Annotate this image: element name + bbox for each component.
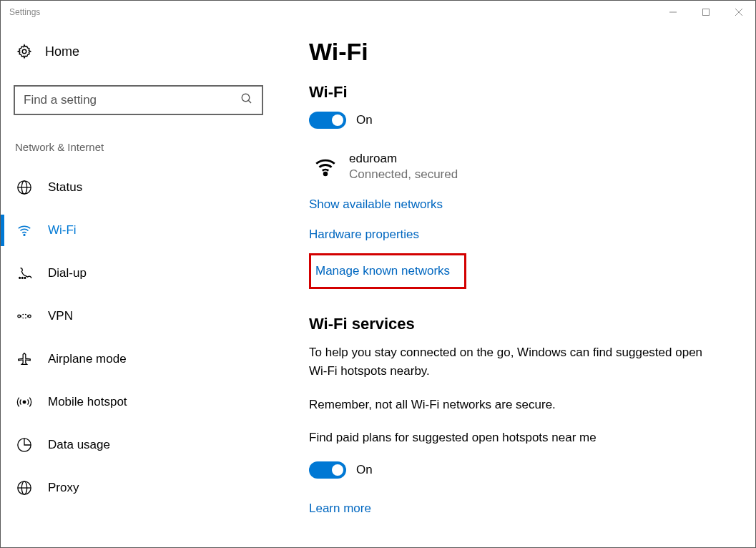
svg-point-12 — [21, 278, 23, 279]
sidebar-item-proxy[interactable]: Proxy — [14, 466, 263, 509]
close-button[interactable] — [722, 1, 755, 24]
svg-point-11 — [19, 278, 21, 279]
main-panel: Wi-Fi Wi-Fi On eduroam Connected, secure… — [276, 38, 755, 547]
services-body-1: To help you stay connected on the go, Wi… — [309, 343, 724, 381]
home-label: Home — [45, 44, 79, 59]
minimize-button[interactable] — [657, 1, 689, 24]
wifi-signal-icon — [313, 155, 336, 177]
globe-icon — [16, 180, 32, 195]
hardware-properties-link[interactable]: Hardware properties — [309, 223, 727, 246]
paid-plans-toggle[interactable] — [309, 461, 346, 479]
sidebar-item-label: Airplane mode — [48, 352, 127, 366]
svg-point-16 — [23, 401, 26, 403]
svg-point-15 — [29, 315, 31, 318]
dialup-icon — [16, 265, 32, 281]
sidebar-item-label: Proxy — [48, 481, 79, 495]
svg-point-21 — [324, 172, 327, 175]
gear-icon — [16, 44, 32, 59]
sidebar-item-datausage[interactable]: Data usage — [14, 424, 263, 466]
sidebar-item-status[interactable]: Status — [14, 166, 263, 209]
sidebar-item-label: Status — [48, 180, 82, 195]
search-icon — [240, 92, 253, 108]
svg-point-10 — [24, 235, 25, 236]
svg-point-13 — [24, 278, 26, 279]
airplane-icon — [16, 351, 32, 367]
search-box[interactable] — [14, 85, 263, 115]
svg-point-4 — [22, 49, 26, 54]
wifi-services-title: Wi-Fi services — [309, 315, 727, 333]
sidebar-item-label: VPN — [48, 309, 73, 323]
manage-known-networks-link[interactable]: Manage known networks — [309, 253, 466, 289]
home-nav[interactable]: Home — [14, 38, 263, 65]
sidebar-item-hotspot[interactable]: Mobile hotspot — [14, 381, 263, 424]
sidebar-item-vpn[interactable]: VPN — [14, 295, 263, 338]
search-input[interactable] — [24, 93, 240, 107]
svg-rect-1 — [703, 9, 710, 16]
data-usage-icon — [16, 437, 32, 453]
sidebar-item-label: Wi-Fi — [48, 223, 77, 238]
maximize-button[interactable] — [689, 1, 722, 24]
network-name: eduroam — [349, 152, 458, 166]
paid-plans-label: Find paid plans for suggested open hotsp… — [309, 429, 724, 447]
svg-point-14 — [18, 315, 21, 318]
vpn-icon — [16, 308, 32, 324]
wifi-icon — [16, 222, 32, 238]
sidebar-item-dialup[interactable]: Dial-up — [14, 252, 263, 295]
current-network[interactable]: eduroam Connected, secured — [309, 152, 727, 182]
svg-line-6 — [248, 100, 251, 103]
proxy-icon — [16, 480, 32, 496]
hotspot-icon — [16, 394, 32, 410]
titlebar: Settings — [1, 1, 755, 24]
wifi-section-title: Wi-Fi — [309, 83, 727, 102]
window-title: Settings — [9, 7, 40, 17]
page-title: Wi-Fi — [309, 38, 727, 66]
services-body-2: Remember, not all Wi-Fi networks are sec… — [309, 396, 724, 414]
show-available-networks-link[interactable]: Show available networks — [309, 193, 727, 216]
paid-plans-toggle-state: On — [356, 463, 373, 477]
sidebar: Home Network & Internet Status — [1, 38, 276, 547]
sidebar-item-label: Data usage — [48, 438, 110, 452]
category-header: Network & Internet — [14, 141, 263, 153]
sidebar-item-airplane[interactable]: Airplane mode — [14, 338, 263, 381]
sidebar-item-label: Mobile hotspot — [48, 395, 127, 409]
wifi-toggle-state: On — [356, 113, 373, 127]
svg-point-5 — [242, 94, 250, 102]
learn-more-link[interactable]: Learn more — [309, 501, 371, 515]
sidebar-item-wifi[interactable]: Wi-Fi — [14, 209, 263, 252]
sidebar-item-label: Dial-up — [48, 266, 87, 280]
wifi-toggle[interactable] — [309, 112, 346, 129]
network-status: Connected, secured — [349, 167, 458, 182]
